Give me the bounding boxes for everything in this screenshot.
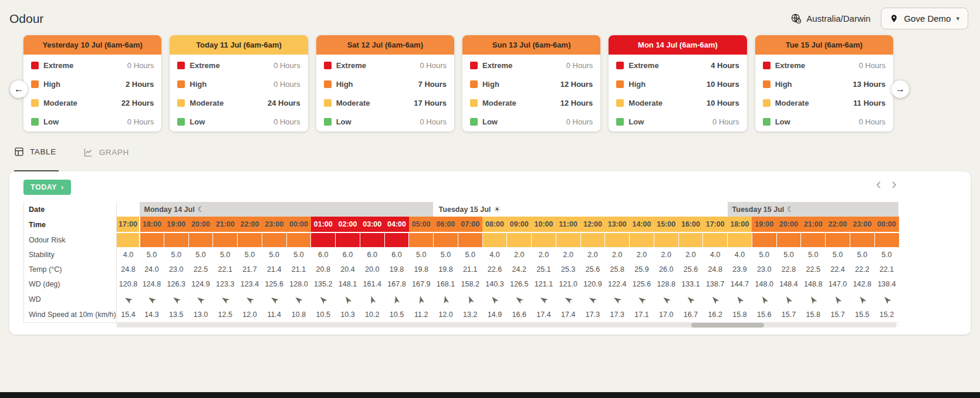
time-cell: 01:00	[311, 217, 336, 232]
risk-legend-row: Extreme0 Hours	[31, 56, 154, 75]
row-label: Temp (°C)	[24, 262, 117, 276]
forecast-card: Tue 15 Jul (6am-6am)Extreme0 HoursHigh13…	[755, 35, 893, 131]
extreme-swatch	[763, 62, 771, 69]
temperature-value: 24.0	[140, 262, 164, 276]
risk-hours-value: 0 Hours	[127, 61, 154, 70]
wind-speed-value: 15.5	[850, 307, 874, 323]
date-section-label: Tuesday 15 Jul	[732, 205, 785, 214]
wind-direction-arrow-cell	[776, 292, 801, 307]
wind-direction-arrow-cell	[482, 292, 507, 307]
wind-speed-value: 14.3	[140, 307, 164, 323]
stability-value: 6.0	[311, 247, 336, 262]
odour-risk-cell	[409, 232, 434, 247]
pager-prev-icon[interactable]: ‹	[876, 176, 881, 191]
wind-direction-arrow-icon	[464, 294, 475, 305]
tab-table[interactable]: TABLE	[14, 147, 59, 171]
odour-risk-cell	[262, 232, 286, 247]
wind-direction-arrow-icon	[391, 294, 402, 305]
pager-next-icon[interactable]: ›	[891, 176, 897, 191]
stability-value: 5.0	[458, 247, 482, 262]
wind-speed-value: 17.3	[605, 307, 630, 323]
wind-speed-value: 15.8	[728, 307, 752, 323]
tab-graph-label: GRAPH	[99, 148, 129, 157]
stability-value: 2.0	[678, 247, 703, 262]
stability-value: 2.0	[507, 247, 532, 262]
wind-direction-arrow-cell	[164, 292, 188, 307]
horizontal-scrollbar-thumb[interactable]	[691, 323, 764, 328]
odour-risk-cell	[213, 232, 238, 247]
time-cell: 00:00	[286, 217, 311, 232]
wind-direction-deg-value: 148.0	[752, 276, 776, 292]
wind-direction-arrow-cell	[850, 292, 874, 307]
wind-direction-arrow-icon	[758, 294, 771, 306]
wind-speed-value: 12.0	[238, 307, 262, 323]
stability-value: 6.0	[384, 247, 409, 262]
time-cell: 23:00	[262, 217, 286, 232]
high-swatch	[324, 80, 332, 88]
site-selector-button[interactable]: Gove Demo ▾	[881, 8, 968, 29]
forecast-card-title: Mon 14 Jul (6am-6am)	[609, 35, 746, 55]
high-swatch	[31, 80, 39, 88]
risk-legend-row: Moderate10 Hours	[616, 93, 739, 112]
tab-graph[interactable]: GRAPH	[83, 147, 131, 171]
date-row: DateMonday 14 Jul☾Tuesday 15 Jul☀Tuesday…	[24, 202, 899, 217]
odour-risk-cell	[360, 232, 384, 247]
risk-legend-row: Moderate12 Hours	[470, 93, 593, 112]
wind-direction-arrow-icon	[660, 294, 673, 306]
stability-value: 5.0	[188, 247, 213, 262]
table-pager: ‹ ›	[876, 176, 897, 191]
view-tabs: TABLE GRAPH	[14, 147, 980, 171]
temperature-value: 25.6	[678, 262, 703, 276]
risk-legend-row: Moderate11 Hours	[763, 93, 886, 112]
wind-direction-arrow-icon	[709, 294, 721, 306]
risk-legend-row: High10 Hours	[616, 75, 739, 93]
moderate-swatch	[324, 99, 332, 107]
risk-hours-value: 24 Hours	[268, 99, 300, 107]
wind-direction-deg-value: 121.0	[556, 276, 580, 292]
risk-legend-row: Extreme0 Hours	[763, 56, 886, 75]
low-swatch	[31, 118, 39, 126]
stability-value: 5.0	[140, 247, 164, 262]
stability-value: 4.0	[703, 247, 728, 262]
wind-direction-arrow-icon	[244, 294, 256, 306]
temperature-value: 23.9	[728, 262, 752, 276]
timezone-display: Australia/Darwin	[790, 13, 870, 24]
odour-risk-cell	[874, 232, 899, 247]
wind-speed-value: 11.2	[409, 307, 434, 323]
risk-legend-row: Extreme0 Hours	[470, 56, 593, 75]
stability-value: 2.0	[630, 247, 654, 262]
temperature-value: 22.6	[482, 262, 507, 276]
risk-legend-row: Low0 Hours	[177, 112, 300, 131]
risk-hours-value: 10 Hours	[707, 99, 739, 107]
today-button[interactable]: TODAY ›	[23, 180, 71, 195]
forecast-card-body: Extreme0 HoursHigh7 HoursModerate17 Hour…	[316, 55, 454, 131]
wind-direction-arrow-cell	[434, 292, 458, 307]
time-cell: 15:00	[654, 217, 678, 232]
wind-speed-value: 15.2	[874, 307, 899, 323]
risk-level-label: Low	[628, 117, 712, 126]
odour-risk-cell	[556, 232, 580, 247]
wind-direction-deg-value: 120.9	[580, 276, 605, 292]
odour-risk-cell	[507, 232, 532, 247]
forecast-card-title: Today 11 Jul (6am-6am)	[170, 35, 307, 55]
carousel-prev-button[interactable]: ←	[10, 80, 28, 98]
risk-hours-value: 0 Hours	[273, 80, 300, 89]
risk-legend-row: Low0 Hours	[324, 112, 447, 131]
risk-legend-row: Extreme0 Hours	[324, 56, 447, 75]
risk-hours-value: 0 Hours	[420, 61, 447, 70]
carousel-next-button[interactable]: →	[891, 80, 909, 98]
page-title: Odour	[9, 12, 43, 26]
wind-direction-deg-value: 125.6	[262, 276, 286, 292]
low-swatch	[763, 118, 771, 126]
stability-value: 5.0	[164, 247, 188, 262]
stability-value: 5.0	[801, 247, 826, 262]
wind-speed-value: 16.6	[507, 307, 532, 323]
risk-legend-row: Moderate22 Hours	[31, 93, 154, 112]
temperature-value: 19.8	[409, 262, 434, 276]
forecast-table: DateMonday 14 Jul☾Tuesday 15 Jul☀Tuesday…	[24, 202, 900, 323]
wind-speed-value: 10.2	[360, 307, 384, 323]
risk-level-label: Moderate	[482, 99, 560, 107]
risk-legend-row: High12 Hours	[470, 75, 593, 93]
time-cell: 08:00	[482, 217, 507, 232]
wind-direction-arrow-cell	[630, 292, 654, 307]
